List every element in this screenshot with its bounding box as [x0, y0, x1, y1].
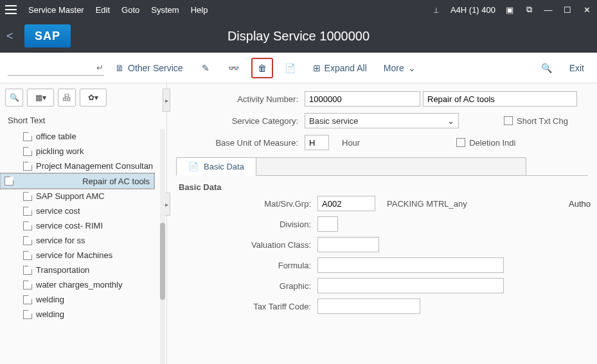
chevron-down-icon: ⌄	[447, 116, 454, 126]
row-category: Service Category: Basic service ⌄ Short …	[176, 113, 588, 128]
document-icon	[23, 192, 32, 201]
tree-item[interactable]: Project Management Consultan	[0, 159, 166, 173]
tree-item[interactable]: service cost- RIMI	[0, 218, 166, 233]
tree-item[interactable]: pickling work	[0, 144, 166, 159]
maximize-icon[interactable]: ☐	[562, 4, 573, 15]
document-icon	[23, 236, 32, 245]
service-category-value: Basic service	[309, 116, 359, 126]
document-icon	[23, 132, 32, 141]
title-bar: < SAP Display Service 1000000	[0, 19, 597, 53]
tab-basic-data[interactable]: 📄 Basic Data	[176, 157, 256, 176]
hamburger-icon[interactable]	[5, 5, 17, 14]
tree-layout-button[interactable]: ▦▾	[27, 89, 54, 107]
row-uom: Base Unit of Measure: Hour Deletion Indi	[176, 135, 588, 150]
tree-item[interactable]: service for Machines	[0, 248, 166, 263]
tree-header: Short Text	[0, 112, 166, 129]
tree-item[interactable]: SAP Support AMC	[0, 189, 166, 204]
graphic-field[interactable]	[317, 278, 504, 293]
uom-label: Base Unit of Measure:	[176, 138, 305, 148]
tree-item-selected[interactable]: Repair of AC tools	[0, 173, 154, 189]
tax-tariff-field[interactable]	[317, 299, 420, 314]
menu-help[interactable]: Help	[191, 5, 208, 15]
tab-empty	[256, 157, 526, 176]
tree-find-button[interactable]: 🔍	[5, 89, 23, 107]
chevron-down-icon: ⌄	[408, 63, 416, 73]
tree-hierarchy-button[interactable]: 品	[58, 89, 76, 107]
exit-button[interactable]: Exit	[564, 58, 589, 78]
scrollbar-thumb[interactable]	[160, 223, 165, 300]
back-icon[interactable]: <	[6, 30, 19, 43]
tree-list: office table pickling work Project Manag…	[0, 129, 166, 364]
more-label: More	[384, 63, 404, 73]
find-button[interactable]: 🔍	[536, 58, 558, 78]
page-title: Display Service 1000000	[227, 29, 370, 44]
main-area: 🔍 ▦▾ 品 ✿▾ Short Text ▸ ▸ office table pi…	[0, 83, 597, 364]
expand-all-button[interactable]: ⊞ Expand All	[308, 58, 372, 78]
tree-panel: 🔍 ▦▾ 品 ✿▾ Short Text ▸ ▸ office table pi…	[0, 83, 167, 364]
valuation-class-field[interactable]	[317, 237, 379, 252]
deletion-group: Deletion Indi	[456, 138, 515, 148]
row-activity: Activity Number:	[176, 91, 588, 107]
tree-item[interactable]: service cost	[0, 204, 166, 218]
short-text-change-group: Short Txt Chg	[504, 116, 568, 126]
delete-button[interactable]: 🗑	[251, 58, 273, 78]
menu-system[interactable]: System	[151, 5, 179, 15]
document-icon	[23, 310, 32, 319]
close-icon[interactable]: ✕	[582, 4, 592, 15]
document-icon	[23, 251, 32, 260]
tree-item[interactable]: service for ss	[0, 233, 166, 248]
activity-number-field[interactable]	[305, 91, 420, 107]
deletion-checkbox[interactable]	[456, 138, 465, 147]
short-text-change-label: Short Txt Chg	[517, 116, 568, 126]
uom-text: Hour	[342, 138, 360, 148]
mat-group-desc: PACKING MTRL_any	[387, 199, 467, 209]
menu-service-master[interactable]: Service Master	[28, 5, 84, 15]
new-window-icon[interactable]: ⧉	[524, 4, 534, 15]
service-category-select[interactable]: Basic service ⌄	[305, 113, 459, 128]
document-icon	[23, 295, 32, 304]
tree-item[interactable]: office table	[0, 129, 166, 144]
short-text-change-checkbox[interactable]	[504, 116, 513, 125]
more-button[interactable]: More ⌄	[379, 58, 421, 78]
document-icon	[23, 207, 32, 216]
formula-label: Formula:	[176, 261, 317, 270]
mat-group-field[interactable]	[317, 196, 375, 211]
menu-right: ⟂ A4H (1) 400 ▣ ⧉ — ☐ ✕	[431, 4, 592, 15]
activity-desc-field[interactable]	[423, 91, 577, 107]
tree-item[interactable]: Transportation	[0, 263, 166, 277]
auth-label: Autho	[569, 199, 591, 209]
app-toolbar: ↵ 🗎 Other Service ✎ 👓 🗑 📄 ⊞ Expand All M…	[0, 53, 597, 83]
document-icon	[23, 221, 32, 230]
tree-settings-button[interactable]: ✿▾	[80, 89, 107, 107]
tree-item[interactable]: water charges_monthly	[0, 277, 166, 292]
command-go-icon[interactable]: ↵	[96, 63, 103, 73]
division-label: Division:	[176, 220, 317, 229]
copy-button[interactable]: 📄	[280, 58, 301, 78]
minimize-icon[interactable]: —	[543, 4, 553, 15]
session-label[interactable]: A4H (1) 400	[450, 5, 495, 15]
expand-icon: ⊞	[313, 63, 321, 73]
tab-icon: 📄	[188, 162, 199, 171]
tab-strip: 📄 Basic Data	[176, 157, 588, 176]
document-icon	[23, 162, 32, 171]
service-category-label: Service Category:	[176, 116, 305, 126]
formula-field[interactable]	[317, 257, 504, 273]
menu-edit[interactable]: Edit	[96, 5, 110, 15]
connection-icon[interactable]: ⟂	[431, 4, 441, 15]
document-icon	[23, 266, 32, 275]
document-icon: 🗎	[115, 63, 124, 73]
division-field[interactable]	[317, 216, 338, 232]
create-icon-button[interactable]: ✎	[195, 58, 217, 78]
expand-all-label: Expand All	[325, 63, 367, 73]
display-toggle-button[interactable]: 👓	[223, 58, 245, 78]
window-list-icon[interactable]: ▣	[504, 4, 515, 15]
menu-goto[interactable]: Goto	[121, 5, 139, 15]
uom-field[interactable]	[305, 135, 329, 150]
other-service-button[interactable]: 🗎 Other Service	[110, 58, 188, 78]
basic-data-form: Mat/Srv.Grp: PACKING MTRL_any Autho Divi…	[176, 196, 588, 314]
tree-item[interactable]: welding	[0, 307, 166, 322]
deletion-label: Deletion Indi	[469, 138, 515, 148]
document-icon	[23, 281, 32, 290]
tree-item[interactable]: welding	[0, 292, 166, 307]
command-input[interactable]	[8, 60, 104, 76]
